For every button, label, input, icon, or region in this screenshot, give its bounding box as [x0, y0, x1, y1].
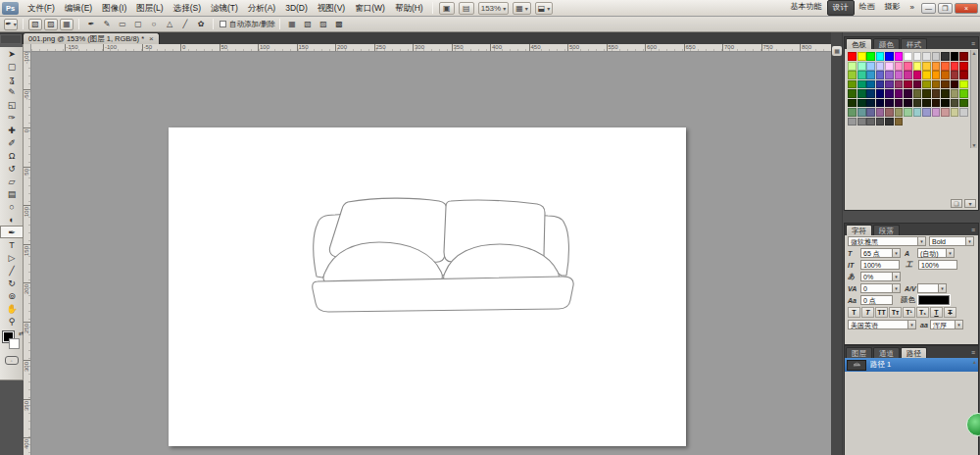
menu-item[interactable]: 3D(D) [280, 0, 313, 16]
path-name[interactable]: 路径 1 [870, 360, 891, 370]
color-swatch[interactable] [876, 108, 885, 117]
color-swatch[interactable] [951, 62, 959, 71]
color-swatch[interactable] [895, 52, 904, 61]
line-button[interactable]: ╱ [178, 19, 192, 30]
color-swatch[interactable] [913, 52, 922, 61]
kerning-field[interactable] [917, 283, 939, 293]
paths-button[interactable]: ▨ [44, 19, 58, 30]
color-swatch[interactable] [932, 99, 941, 108]
blur-tool[interactable]: ○ [0, 200, 24, 213]
color-swatch[interactable] [959, 99, 968, 108]
paths-tab[interactable]: 通道 [873, 347, 900, 358]
workspace-button[interactable]: 基本功能 [786, 0, 827, 16]
dodge-tool[interactable]: ◐ [0, 213, 24, 226]
color-swatch[interactable] [858, 80, 866, 89]
auto-add-delete-checkbox[interactable] [220, 21, 226, 27]
color-swatch[interactable] [959, 80, 968, 89]
eyedropper-tool[interactable]: ✑ [0, 111, 24, 124]
color-swatch[interactable] [941, 62, 950, 71]
fill-pixels-button[interactable]: ▦ [60, 19, 74, 30]
color-swatch[interactable] [895, 80, 904, 89]
panel-collapse-button[interactable] [0, 34, 22, 44]
color-swatch[interactable] [913, 71, 922, 79]
color-swatch[interactable] [848, 99, 857, 108]
screen-mode-dropdown[interactable]: ⬓ ▾ [535, 2, 554, 15]
color-swatch[interactable] [941, 71, 950, 79]
gradient-tool[interactable]: ▤ [0, 187, 24, 200]
color-swatch[interactable] [922, 71, 931, 79]
chevron-down-icon[interactable]: ▾ [966, 236, 974, 246]
horizontal-scale-field[interactable]: 100% [918, 260, 957, 270]
line-tool[interactable]: ╱ [0, 264, 24, 277]
color-swatch[interactable] [848, 80, 857, 89]
workspace-button[interactable]: 设计 [827, 0, 855, 16]
menu-item[interactable]: 编辑(E) [60, 0, 97, 16]
canvas[interactable] [169, 127, 686, 446]
rotate-3d-tool[interactable]: ↻ [0, 277, 24, 289]
shape-layers-button[interactable]: ▧ [28, 19, 42, 30]
color-swatch[interactable] [848, 89, 857, 98]
color-swatch[interactable] [858, 99, 866, 108]
chevron-down-icon[interactable]: ▾ [893, 248, 901, 258]
color-swatch[interactable] [885, 118, 894, 126]
color-swatch[interactable] [959, 52, 968, 61]
language-select[interactable]: 美国英语 [848, 320, 908, 329]
close-icon[interactable]: × [149, 34, 154, 43]
font-style-select[interactable]: Bold [929, 236, 966, 246]
color-swatch[interactable] [858, 62, 866, 71]
color-swatch[interactable] [913, 62, 922, 71]
history-panel-icon[interactable]: ▦ [832, 46, 842, 56]
vertical-scale-field[interactable]: 100% [860, 260, 900, 270]
lasso-tool[interactable]: ʓ [0, 73, 24, 85]
color-swatch[interactable] [932, 62, 941, 71]
color-swatch[interactable] [885, 108, 894, 117]
superscript-button[interactable]: T¹ [903, 307, 915, 318]
character-tab[interactable]: 段落 [873, 225, 900, 235]
chevron-down-icon[interactable]: ▾ [947, 248, 955, 258]
color-swatch[interactable] [951, 71, 959, 79]
subtract-path-area-button[interactable]: ▧ [301, 19, 315, 30]
color-swatch[interactable] [959, 62, 968, 71]
polygon-button[interactable]: △ [163, 19, 176, 30]
scroll-up-icon[interactable]: ▲ [971, 50, 977, 56]
color-swatch[interactable] [876, 118, 885, 126]
ellipse-button[interactable]: ○ [147, 19, 161, 30]
color-swatch[interactable] [941, 99, 950, 108]
color-swatch[interactable] [895, 62, 904, 71]
menu-item[interactable]: 选择(S) [169, 0, 206, 16]
color-swatch[interactable] [866, 89, 875, 98]
chevron-down-icon[interactable]: ▾ [956, 320, 963, 329]
workspace-button[interactable]: 摄影 [880, 0, 906, 16]
color-swatch[interactable] [885, 80, 894, 89]
menu-item[interactable]: 视图(V) [313, 0, 350, 16]
color-swatch[interactable] [932, 108, 941, 117]
workspace-overflow-button[interactable]: » [906, 1, 919, 15]
color-swatch[interactable] [922, 80, 931, 89]
color-swatch[interactable] [913, 99, 922, 108]
chevron-down-icon[interactable]: ▾ [939, 283, 947, 293]
color-swatch[interactable] [895, 99, 904, 108]
color-swatch[interactable] [913, 89, 922, 98]
menu-item[interactable]: 滤镜(T) [206, 0, 243, 16]
baseline-shift-field[interactable]: 0 点 [860, 295, 893, 305]
color-swatch[interactable] [932, 89, 941, 98]
strikethrough-button[interactable]: Ŧ [944, 307, 956, 318]
color-swatch[interactable] [866, 71, 875, 79]
path-selection-tool[interactable]: ▷ [0, 251, 24, 264]
close-button[interactable]: × [955, 3, 978, 14]
color-swatch[interactable] [848, 52, 857, 61]
color-swatch[interactable] [866, 99, 875, 108]
background-color-swatch[interactable] [9, 338, 20, 349]
color-swatch[interactable] [922, 52, 931, 61]
color-swatch[interactable] [866, 80, 875, 89]
new-swatch-button[interactable]: ❏ [951, 199, 962, 208]
color-swatch[interactable] [904, 89, 912, 98]
color-swatch[interactable] [866, 52, 875, 61]
color-swatch[interactable] [895, 108, 904, 117]
crop-tool[interactable]: ◱ [0, 98, 24, 111]
color-swatch[interactable] [876, 71, 885, 79]
color-swatch[interactable] [885, 99, 894, 108]
marquee-tool[interactable]: ▢ [0, 60, 24, 73]
brush-tool[interactable]: ✐ [0, 136, 24, 149]
color-swatch[interactable] [858, 71, 866, 79]
